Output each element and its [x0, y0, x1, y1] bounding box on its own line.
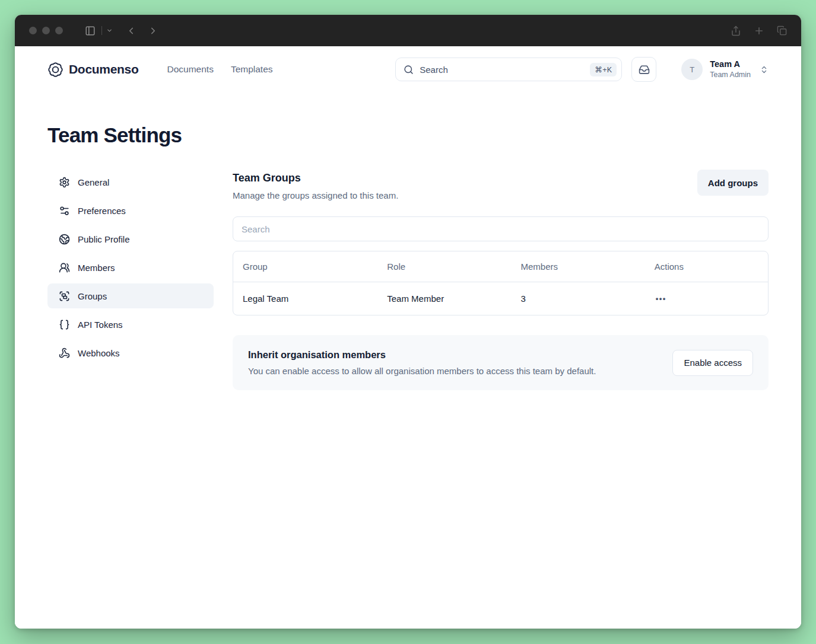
team-role: Team Admin	[710, 71, 751, 79]
search-icon	[404, 65, 414, 75]
minimize-window-button[interactable]	[42, 27, 50, 34]
inherit-description: You can enable access to allow all organ…	[248, 366, 596, 376]
back-button[interactable]	[126, 25, 136, 36]
cell-members-count: 3	[512, 294, 645, 304]
sidebar-item-public-profile[interactable]: Public Profile	[47, 227, 214, 251]
cell-role: Team Member	[377, 294, 511, 304]
sidebar-item-webhooks[interactable]: Webhooks	[47, 340, 214, 365]
sidebar-item-general[interactable]: General	[47, 170, 214, 195]
sidebar-item-label: Members	[78, 263, 115, 273]
sidebar-item-label: API Tokens	[78, 320, 123, 330]
maximize-window-button[interactable]	[55, 27, 63, 34]
sidebar-item-label: General	[78, 177, 109, 187]
gear-icon	[59, 177, 70, 188]
inbox-icon	[639, 64, 650, 75]
team-switcher[interactable]: T Team A Team Admin	[681, 59, 769, 80]
cell-group-name: Legal Team	[233, 294, 377, 304]
top-nav: Documents Templates	[167, 64, 273, 75]
sidebar-item-preferences[interactable]: Preferences	[47, 198, 214, 223]
titlebar-divider	[101, 26, 102, 35]
documenso-badge-icon	[47, 62, 63, 78]
team-name: Team A	[710, 59, 751, 69]
sidebar-item-label: Public Profile	[78, 234, 130, 244]
documenso-logo[interactable]: Documenso	[47, 62, 139, 78]
nav-templates[interactable]: Templates	[231, 64, 273, 75]
enable-access-button[interactable]: Enable access	[672, 350, 753, 376]
global-search[interactable]: Search ⌘+K	[395, 58, 622, 81]
app-content: Documenso Documents Templates Search ⌘+K…	[15, 46, 801, 629]
settings-sidebar: General Preferences Public Profile Membe…	[47, 170, 214, 390]
section-description: Manage the groups assigned to this team.	[233, 190, 398, 200]
search-shortcut-badge: ⌘+K	[590, 63, 617, 76]
sidebar-item-label: Webhooks	[78, 348, 120, 358]
section-title: Team Groups	[233, 172, 398, 184]
browser-window: Documenso Documents Templates Search ⌘+K…	[15, 15, 801, 629]
chevron-down-icon[interactable]	[106, 27, 113, 34]
table-header-row: Group Role Members Actions	[233, 251, 768, 282]
add-groups-button[interactable]: Add groups	[697, 170, 769, 196]
column-header-group: Group	[233, 262, 377, 272]
braces-icon	[59, 319, 70, 330]
share-icon[interactable]	[731, 25, 741, 36]
sliders-icon	[59, 205, 70, 216]
sidebar-item-label: Groups	[78, 291, 107, 301]
tab-overview-icon[interactable]	[777, 25, 787, 36]
column-header-members: Members	[512, 262, 645, 272]
inbox-button[interactable]	[631, 57, 656, 82]
sidebar-item-groups[interactable]: Groups	[47, 283, 214, 308]
app-header: Documenso Documents Templates Search ⌘+K…	[47, 46, 769, 93]
sidebar-toggle-icon[interactable]	[85, 25, 96, 36]
inherit-members-panel: Inherit organisation members You can ena…	[233, 335, 769, 390]
global-search-placeholder: Search	[420, 65, 584, 75]
forward-button[interactable]	[148, 25, 158, 36]
team-avatar: T	[681, 59, 703, 80]
groups-table: Group Role Members Actions Legal Team Te…	[233, 251, 769, 315]
brand-name: Documenso	[69, 62, 139, 76]
nav-documents[interactable]: Documents	[167, 64, 214, 75]
window-controls	[29, 27, 63, 34]
sidebar-item-members[interactable]: Members	[47, 255, 214, 280]
sidebar-item-api-tokens[interactable]: API Tokens	[47, 312, 214, 337]
sidebar-item-label: Preferences	[78, 206, 126, 216]
chevrons-up-down-icon	[760, 65, 769, 74]
column-header-role: Role	[377, 262, 511, 272]
main-panel: Team Groups Manage the groups assigned t…	[233, 170, 769, 390]
inherit-title: Inherit organisation members	[248, 349, 596, 361]
table-row: Legal Team Team Member 3 •••	[233, 282, 768, 315]
groups-search-input[interactable]	[233, 216, 769, 241]
group-icon	[59, 291, 70, 302]
column-header-actions: Actions	[645, 262, 768, 272]
new-tab-icon[interactable]	[754, 25, 764, 36]
close-window-button[interactable]	[29, 27, 37, 34]
page-title: Team Settings	[47, 123, 769, 147]
row-actions-button[interactable]: •••	[655, 292, 668, 305]
users-icon	[59, 262, 70, 273]
titlebar	[15, 15, 801, 46]
webhook-icon	[59, 347, 70, 359]
globe-icon	[59, 234, 70, 245]
